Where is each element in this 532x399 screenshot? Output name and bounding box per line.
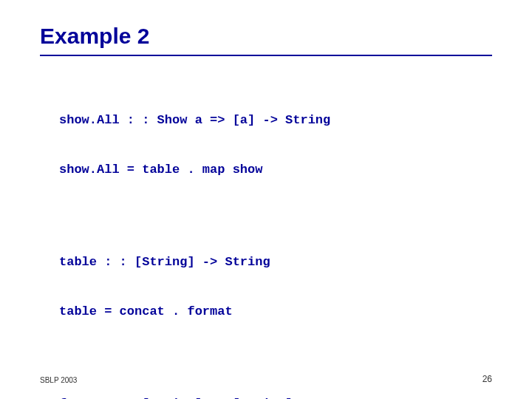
code-line-1: show.All : : Show a => [a] -> String	[59, 114, 361, 126]
footer-left: SBLP 2003	[40, 376, 77, 384]
slide-title: Example 2	[40, 24, 149, 49]
title-underline	[40, 55, 492, 56]
page-number: 26	[482, 374, 492, 384]
code-block: show.All : : Show a => [a] -> String sho…	[59, 89, 361, 399]
code-gap-1	[59, 213, 361, 231]
code-line-3: table : : [String] -> String	[59, 256, 361, 268]
code-gap-2	[59, 355, 361, 372]
slide: Example 2 show.All : : Show a => [a] -> …	[0, 0, 532, 399]
code-line-4: table = concat . format	[59, 305, 361, 318]
code-line-2: show.All = table . map show	[59, 163, 361, 176]
